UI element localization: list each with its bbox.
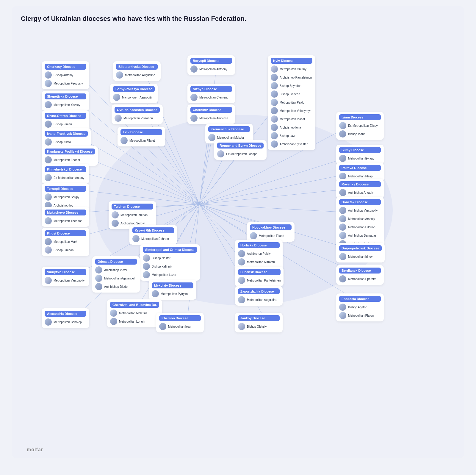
person-name: Bishop Pimen bbox=[54, 123, 72, 126]
avatar bbox=[45, 318, 52, 326]
person-row: Archbishop Victor bbox=[95, 266, 137, 274]
person-row: Archbishop Diodor bbox=[95, 283, 137, 290]
person-name: Митрополит Аваторій bbox=[122, 96, 152, 99]
person-row: Metropolitan Iaasaf bbox=[271, 115, 312, 123]
avatar bbox=[45, 80, 52, 87]
person-name: Metropolitan Ephraim bbox=[348, 277, 376, 281]
avatar bbox=[120, 137, 128, 144]
person-name: Archbishop Victor bbox=[104, 268, 127, 272]
person-name: Metropolitan Panteleimen bbox=[247, 279, 281, 282]
avatar bbox=[45, 238, 52, 245]
person-row: Bishop Antoniy bbox=[45, 71, 86, 79]
avatar bbox=[113, 94, 120, 101]
avatar bbox=[152, 290, 159, 297]
avatar bbox=[238, 296, 245, 303]
diocese-title-donetsk: Donetsk Diocese bbox=[339, 199, 381, 205]
avatar bbox=[271, 132, 278, 139]
avatar bbox=[132, 235, 140, 242]
person-row: Metropolitan Ionufan bbox=[112, 211, 153, 218]
avatar bbox=[271, 115, 278, 123]
avatar bbox=[339, 312, 346, 319]
diocese-card-luhansk: Luhansk DioceseMetropolitan Panteleimen bbox=[235, 267, 284, 286]
avatar bbox=[339, 275, 346, 282]
person-row: Metropolitan Feodosiy bbox=[45, 80, 86, 87]
avatar bbox=[143, 254, 150, 262]
person-row: Metropolitan Pytryim bbox=[152, 290, 193, 297]
person-row: Metropolitan Mitrofan bbox=[238, 258, 280, 265]
person-row: Bishop Lavr bbox=[271, 132, 312, 139]
diocese-title-tulchyn: Tulchyn Diocese bbox=[112, 204, 153, 210]
diocese-card-novokakhov: Novokakhov DioceseMetropolitan Filaret bbox=[247, 222, 295, 242]
person-name: Metropolitan Sergiy bbox=[54, 196, 79, 199]
avatar bbox=[339, 215, 346, 222]
diocese-title-vinnytsia: Vinnytsia Diocese bbox=[45, 269, 86, 275]
diocese-card-ivano: Ivano-Frankivsk DioceseBishop Nikita bbox=[42, 128, 91, 148]
avatar bbox=[110, 318, 117, 325]
person-row: Metropolitan Boholep bbox=[45, 318, 86, 326]
person-name: Ex-Metropolitan Joseph bbox=[226, 152, 257, 156]
diocese-title-odessa: Odessa Diocese bbox=[95, 259, 137, 265]
diocese-card-boryspil: Boryspil DioceseMetropolitan Anthony bbox=[187, 55, 235, 75]
page-background: Clergy of Ukrainian dioceses who have ti… bbox=[0, 6, 476, 475]
person-row: Archbishop Panteleimon bbox=[271, 74, 312, 81]
avatar bbox=[159, 323, 166, 330]
avatar bbox=[238, 258, 245, 265]
diocese-title-chernivtsi: Chernivtsi and Bukovina Dc. bbox=[110, 302, 159, 308]
avatar bbox=[271, 74, 278, 81]
diocese-card-simferopol: Simferopol and Crimea DioceseBishop Nest… bbox=[140, 244, 200, 281]
avatar bbox=[238, 250, 245, 257]
person-row: Archbishop Paisiy bbox=[238, 250, 280, 257]
diocese-title-khust: Khust Diocese bbox=[45, 230, 86, 236]
diocese-title-rovenky: Rovenky Diocese bbox=[339, 181, 381, 187]
avatar bbox=[339, 232, 346, 239]
person-name: Metropolitan Yevsey bbox=[54, 103, 80, 107]
person-row: Metropolitan Augustine bbox=[116, 71, 158, 79]
avatar bbox=[271, 65, 278, 73]
diocese-title-dnipropetrovsk: Dnipropetrovsk Diocese bbox=[339, 245, 382, 251]
person-row: Metropolitan Volodymyr bbox=[271, 107, 312, 114]
avatar bbox=[45, 246, 52, 254]
person-name: Metropolitan Vissarion bbox=[123, 117, 153, 120]
person-row: Metropolitan Pavlo bbox=[271, 99, 312, 106]
person-row: Ex-Metropolitan Joseph bbox=[217, 150, 264, 157]
diocese-card-alexandria: Alexandria DioceseMetropolitan Boholep bbox=[42, 308, 89, 328]
person-row: Ex-Metropolitan Antony bbox=[45, 174, 86, 181]
avatar bbox=[271, 140, 278, 148]
diocese-card-chernihiv: Chernihiv DioceseMetropolitan Ambrose bbox=[187, 104, 235, 124]
avatar bbox=[45, 121, 52, 128]
person-name: Bishop Simeon bbox=[54, 249, 73, 252]
diocese-card-nizhyn: Nizhyn DioceseMetropolitan Clement bbox=[187, 84, 235, 103]
diocese-title-horlivka: Horlivka Diocese bbox=[238, 242, 280, 248]
person-name: Metropolitan Clement bbox=[199, 96, 228, 99]
diocese-title-bilotserkivska: Bilotserkivska Diocese bbox=[116, 64, 158, 70]
person-name: Metropolitan Augustine bbox=[125, 74, 155, 77]
avatar bbox=[45, 174, 52, 181]
person-name: Bishop Gedeon bbox=[280, 93, 300, 96]
diocese-card-dnipropetrovsk: Dnipropetrovsk DioceseMetropolitan Irine… bbox=[336, 243, 385, 262]
person-name: Bishop Kalinnik bbox=[152, 265, 172, 268]
person-row: Metropolitan Clement bbox=[190, 94, 232, 101]
person-name: Metropolitan Platon bbox=[348, 314, 374, 317]
person-name: Metropolitan Pavlo bbox=[280, 101, 304, 104]
diocese-card-cherkasy: Cherkasy DioceseBishop AntoniyMetropolit… bbox=[42, 61, 89, 89]
avatar bbox=[45, 156, 52, 163]
diocese-card-lviv: Lviv DioceseMetropolitan Filaret bbox=[118, 127, 165, 146]
diocese-title-shepetivka: Shepetivka Diocese bbox=[45, 93, 86, 99]
person-row: Bishop Gedeon bbox=[271, 90, 312, 98]
person-name: Archbishop Sergiy bbox=[120, 222, 145, 225]
avatar bbox=[271, 107, 278, 114]
diocese-title-kremenchuk: Kremenchuk Diocese bbox=[208, 126, 250, 132]
avatar bbox=[339, 189, 346, 196]
person-row: Bishop Nikita bbox=[45, 138, 88, 146]
person-row: Metropolitan Filaret bbox=[250, 232, 292, 239]
diocese-card-feodosia: Feodosia DioceseBishop AgafonMetropolita… bbox=[336, 293, 384, 321]
person-name: Ex-Metropolitan Elisey bbox=[348, 124, 378, 127]
avatar bbox=[95, 283, 102, 290]
avatar bbox=[45, 193, 52, 201]
person-row: Metropolitan Agafangel bbox=[95, 275, 137, 282]
diocese-title-lviv: Lviv Diocese bbox=[120, 129, 162, 135]
avatar bbox=[190, 94, 198, 101]
person-row: Metropolitan Varsonofiy bbox=[45, 277, 86, 284]
person-name: Metropolitan Ephrem bbox=[141, 237, 169, 240]
avatar bbox=[45, 101, 52, 108]
